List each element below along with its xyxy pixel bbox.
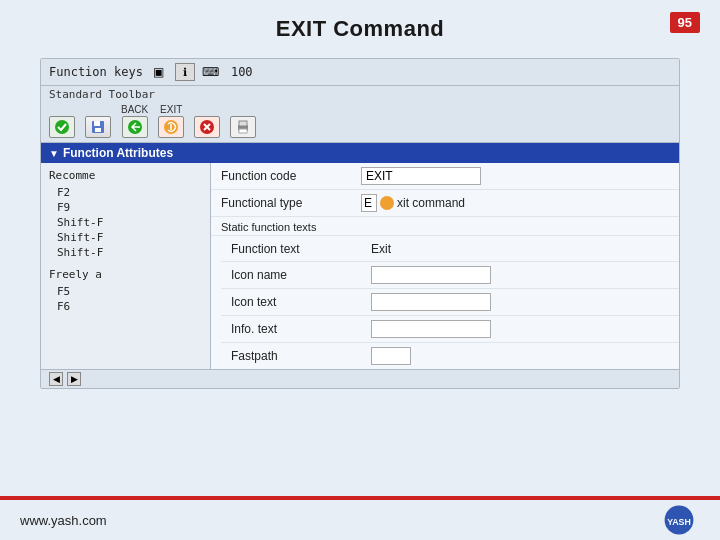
footer-url: www.yash.com (20, 513, 107, 528)
back-btn-group: BACK (121, 104, 148, 138)
check-btn-group (49, 116, 75, 138)
recommend-label: Recomme (49, 169, 202, 182)
bottom-nav: ◀ ▶ (41, 369, 679, 388)
function-text-row: Function text Exit (221, 236, 679, 262)
std-toolbar-label: Standard Toolbar (49, 88, 671, 101)
function-code-value[interactable]: EXIT (361, 167, 481, 185)
function-keys-label: Function keys (49, 65, 143, 79)
fastpath-value[interactable] (371, 347, 411, 365)
toolbar-icon-2[interactable]: ℹ (175, 63, 195, 81)
page-number-badge: 95 (670, 12, 700, 33)
section-header-label: Function Attributes (63, 146, 173, 160)
exit-type-icon (380, 196, 394, 210)
function-keys-toolbar: Function keys ▣ ℹ ⌨ 100 (41, 59, 679, 86)
icon-text-label: Icon text (231, 295, 371, 309)
icon-name-label: Icon name (231, 268, 371, 282)
page-footer: www.yash.com YASH (0, 500, 720, 540)
stop-button[interactable] (194, 116, 220, 138)
function-text-value: Exit (371, 242, 391, 256)
save-btn-group (85, 116, 111, 138)
save-button[interactable] (85, 116, 111, 138)
functional-type-value: xit command (397, 196, 465, 210)
exit-label: EXIT (160, 104, 182, 115)
left-item-f5: F5 (49, 284, 202, 299)
fastpath-row: Fastpath (221, 343, 679, 369)
functional-type-row: Functional type E xit command (211, 190, 679, 217)
left-panel: Recomme F2 F9 Shift-F Shift-F Shift-F Fr… (41, 163, 211, 369)
info-text-value[interactable] (371, 320, 491, 338)
toolbar-icon-1[interactable]: ▣ (149, 63, 169, 81)
print-btn-group (230, 116, 256, 138)
right-panel: Function code EXIT Functional type E xit… (211, 163, 679, 369)
functional-type-prefix[interactable]: E (361, 194, 377, 212)
check-button[interactable] (49, 116, 75, 138)
footer-logo: YASH (658, 504, 700, 536)
static-section: Function text Exit Icon name Icon text I… (211, 236, 679, 369)
icon-text-value[interactable] (371, 293, 491, 311)
standard-toolbar: Standard Toolbar BACK (41, 86, 679, 143)
exit-button[interactable] (158, 116, 184, 138)
left-item-f2: F2 (49, 185, 202, 200)
toolbar-icon-3[interactable]: ⌨ (201, 63, 221, 81)
function-text-label: Function text (231, 242, 371, 256)
svg-text:YASH: YASH (667, 517, 691, 527)
icon-name-row: Icon name (221, 262, 679, 289)
page-title: EXIT Command (276, 16, 445, 42)
panel-area: Recomme F2 F9 Shift-F Shift-F Shift-F Fr… (41, 163, 679, 369)
icon-name-value[interactable] (371, 266, 491, 284)
left-item-shift1: Shift-F (49, 215, 202, 230)
info-text-label: Info. text (231, 322, 371, 336)
back-button[interactable] (122, 116, 148, 138)
print-button[interactable] (230, 116, 256, 138)
functional-type-label: Functional type (221, 196, 361, 210)
stop-btn-group (194, 116, 220, 138)
nav-right-arrow[interactable]: ▶ (67, 372, 81, 386)
svg-rect-11 (239, 121, 247, 126)
left-item-f6: F6 (49, 299, 202, 314)
icon-text-row: Icon text (221, 289, 679, 316)
svg-point-0 (55, 120, 69, 134)
svg-rect-3 (95, 128, 101, 132)
function-code-row: Function code EXIT (211, 163, 679, 190)
toolbar-number: 100 (231, 65, 253, 79)
left-item-shift2: Shift-F (49, 230, 202, 245)
freely-label: Freely a (49, 268, 202, 281)
left-item-shift3: Shift-F (49, 245, 202, 260)
static-section-label: Static function texts (211, 217, 679, 236)
exit-btn-group: EXIT (158, 104, 184, 138)
svg-rect-2 (94, 121, 100, 126)
back-label: BACK (121, 104, 148, 115)
page-header: EXIT Command 95 (0, 0, 720, 58)
left-item-f9: F9 (49, 200, 202, 215)
fastpath-label: Fastpath (231, 349, 371, 363)
toolbar-buttons: BACK EXIT (49, 104, 671, 138)
function-code-label: Function code (221, 169, 361, 183)
collapse-icon[interactable]: ▼ (49, 148, 59, 159)
info-text-row: Info. text (221, 316, 679, 343)
section-header: ▼ Function Attributes (41, 143, 679, 163)
svg-rect-12 (239, 129, 247, 133)
main-content: Function keys ▣ ℹ ⌨ 100 Standard Toolbar… (40, 58, 680, 389)
nav-left-arrow[interactable]: ◀ (49, 372, 63, 386)
